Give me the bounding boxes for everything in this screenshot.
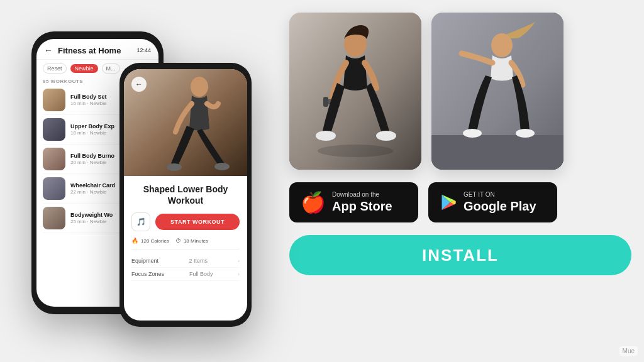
svg-point-2 [167,163,182,171]
equipment-value: 2 Items [189,258,208,264]
svg-point-1 [191,77,208,97]
fitness-photos [289,13,631,170]
googleplay-main-text: Google Play [464,199,536,214]
app-time: 12:44 [136,47,151,53]
time-stat: ⏱ 18 Minutes [175,238,208,244]
back-icon[interactable]: ← [44,45,53,55]
clock-icon: ⏱ [175,238,181,244]
appstore-text: Download on the App Store [332,191,392,214]
svg-point-17 [516,129,535,138]
calories-value: 120 Calories [141,238,169,244]
detail-actions: 🎵 START WORKOUT [131,212,240,231]
thumbnail [43,207,65,229]
svg-rect-14 [431,135,564,170]
app-title: Fitness at Home [58,46,121,55]
svg-point-9 [316,131,336,141]
equipment-row[interactable]: Equipment 2 Items › [131,255,240,268]
thumbnail [43,148,65,170]
calories-stat: 🔥 120 Calories [131,238,169,244]
fitness-photo-1 [289,13,421,170]
store-buttons: 🍎 Download on the App Store GET IT ON Go… [289,182,631,222]
start-workout-button[interactable]: START WORKOUT [155,214,240,230]
detail-back-button[interactable]: ← [131,77,147,92]
thumbnail [43,118,65,141]
thumbnail [43,177,65,200]
detail-content: Shaped Lower Body Workout 🎵 START WORKOU… [124,176,247,286]
right-section: 🍎 Download on the App Store GET IT ON Go… [289,13,631,352]
svg-point-15 [491,33,513,57]
focus-label: Focus Zones [131,271,164,277]
svg-point-3 [214,163,230,170]
reset-filter[interactable]: Reset [43,63,67,74]
thumbnail [43,89,65,111]
svg-rect-7 [323,97,328,107]
squat-photo-svg-2 [431,13,564,170]
svg-point-16 [463,129,482,138]
more-filter[interactable]: M... [102,63,120,74]
equipment-label: Equipment [131,258,158,264]
svg-point-11 [318,145,393,157]
googleplay-button[interactable]: GET IT ON Google Play [428,182,557,222]
detail-stats: 🔥 120 Calories ⏱ 18 Minutes [131,238,240,250]
focus-row[interactable]: Focus Zones Full Body › [131,268,240,281]
svg-point-10 [376,131,396,141]
appstore-button[interactable]: 🍎 Download on the App Store [289,182,418,222]
flame-icon: 🔥 [131,238,138,244]
focus-value: Full Body [189,271,213,277]
time-value: 18 Minutes [184,238,208,244]
googleplay-icon [440,194,457,211]
watermark: Mue [619,346,638,356]
phone-detail: ← Shaped Lower Body Workout 🎵 START WORK… [119,63,252,327]
detail-workout-title: Shaped Lower Body Workout [131,184,240,206]
squat-photo-svg-1 [289,13,421,170]
newbie-filter[interactable]: Newbie [70,64,98,73]
googleplay-text: GET IT ON Google Play [464,191,536,214]
app-header: ← Fitness at Home 12:44 [36,39,158,60]
googleplay-top-text: GET IT ON [464,191,536,199]
apple-icon: 🍎 [301,192,326,212]
chevron-right-icon: › [238,272,240,277]
detail-hero-image: ← [124,69,247,176]
install-button[interactable]: INSTALL [289,235,631,275]
chevron-right-icon: › [238,258,240,264]
music-button[interactable]: 🎵 [131,212,150,231]
phone-mockup-section: ← Fitness at Home 12:44 Reset Newbie M..… [19,13,283,352]
appstore-main-text: App Store [332,199,392,214]
fitness-photo-2 [431,13,564,170]
appstore-top-text: Download on the [332,191,392,199]
